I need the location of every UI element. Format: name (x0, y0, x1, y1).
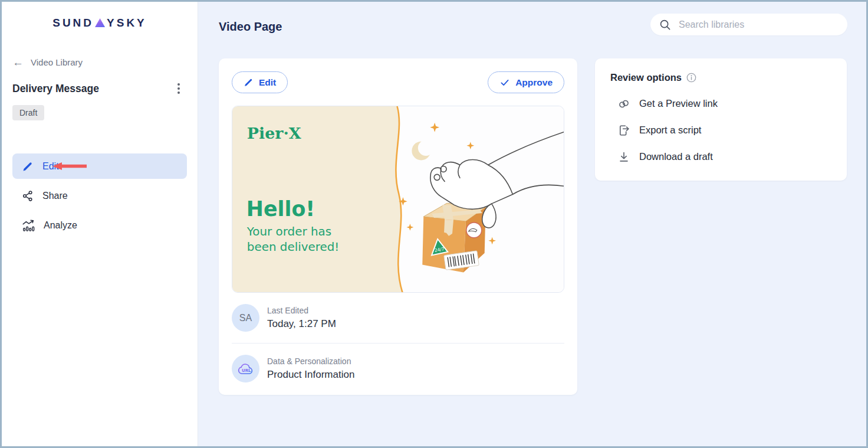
back-label[interactable]: Video Library (31, 57, 83, 67)
project-title: Delivery Message (12, 83, 99, 95)
search-icon (659, 18, 672, 31)
back-to-video-library[interactable]: ← Video Library (12, 57, 198, 68)
export-icon (617, 124, 630, 137)
analytics-chart-icon (22, 219, 35, 232)
pencil-icon (244, 77, 254, 87)
approve-button[interactable]: Approve (488, 71, 564, 93)
kebab-menu-icon[interactable] (174, 81, 183, 96)
page-title: Video Page (219, 20, 282, 34)
get-preview-link-option[interactable]: Get a Preview link (609, 90, 833, 117)
delivery-box-illustration: 24/7 (422, 203, 485, 272)
video-card-toolbar: Edit Approve (232, 71, 564, 93)
main-header: Video Page (219, 14, 847, 35)
round-sticker (466, 223, 482, 238)
edit-button[interactable]: Edit (232, 71, 288, 93)
info-icon[interactable] (686, 73, 696, 83)
data-personalization-label: Data & Personalization (267, 357, 354, 366)
thumbnail-subline1: Your order has (246, 225, 331, 238)
download-icon (617, 151, 630, 163)
avatar: SA (232, 304, 259, 332)
thumbnail-subline2: been delivered! (247, 240, 339, 254)
status-badge: Draft (12, 105, 44, 120)
sidebar-item-analyze[interactable]: Analyze (12, 212, 187, 238)
thumbnail-headline: Hello! (246, 197, 315, 221)
review-options-panel: Review options Get a Preview link (595, 58, 847, 181)
brand-logo-text: Pier·X (247, 124, 301, 142)
data-personalization-row: URL Data & Personalization Product Infor… (232, 343, 564, 394)
svg-text:URL: URL (242, 368, 251, 373)
search-input[interactable] (678, 19, 839, 31)
checkmark-icon (499, 77, 510, 88)
search-bar[interactable] (650, 14, 847, 35)
download-draft-option[interactable]: Download a draft (609, 143, 833, 170)
link-icon (617, 97, 630, 110)
share-nodes-icon (22, 190, 34, 202)
delivery-illustration: Pier·X Hello! Your order has been delive… (232, 106, 564, 292)
main-area: Video Page Edit (198, 2, 866, 446)
review-option-label: Download a draft (639, 151, 713, 162)
sidebar-item-label: Share (42, 191, 68, 201)
last-edited-label: Last Edited (267, 306, 336, 315)
review-option-label: Get a Preview link (639, 98, 718, 109)
logo-text-pre: SUND (52, 17, 94, 30)
export-script-option[interactable]: Export a script (609, 117, 833, 143)
sidebar-item-label: Analyze (44, 220, 77, 231)
content-row: Edit Approve (219, 58, 847, 395)
video-thumbnail[interactable]: Pier·X Hello! Your order has been delive… (232, 106, 564, 293)
red-arrow-annotation (51, 162, 88, 171)
edit-button-label: Edit (259, 77, 276, 88)
back-arrow-icon[interactable]: ← (12, 57, 24, 68)
url-cloud-icon: URL (232, 355, 259, 382)
logo-triangle-icon (95, 18, 105, 27)
review-option-label: Export a script (639, 125, 701, 136)
sundaysky-logo: SUNDYSKY (2, 17, 198, 30)
approve-button-label: Approve (515, 77, 553, 88)
logo-text-post: YSKY (107, 17, 147, 30)
sidebar-item-edit[interactable]: Edit (12, 153, 187, 179)
sidebar-nav: Edit Share (2, 153, 198, 238)
review-options-title: Review options (610, 72, 682, 83)
last-edited-row: SA Last Edited Today, 1:27 PM (232, 293, 564, 343)
video-card: Edit Approve (219, 58, 577, 395)
data-personalization-value: Product Information (267, 369, 354, 381)
app-window: SUNDYSKY ← Video Library Delivery Messag… (0, 0, 868, 448)
sidebar: SUNDYSKY ← Video Library Delivery Messag… (2, 2, 198, 446)
project-title-row: Delivery Message (12, 81, 183, 96)
last-edited-value: Today, 1:27 PM (267, 318, 336, 330)
sidebar-item-share[interactable]: Share (12, 183, 187, 208)
pencil-icon (22, 161, 34, 172)
